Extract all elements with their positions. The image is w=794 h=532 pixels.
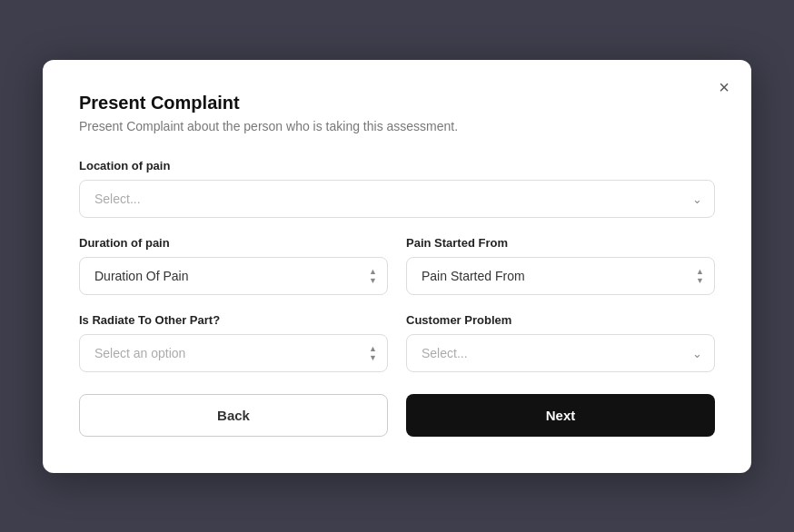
pain-started-from-label: Pain Started From: [406, 236, 715, 250]
close-button[interactable]: ×: [715, 74, 733, 100]
is-radiate-select[interactable]: Select an option: [79, 334, 388, 372]
duration-of-pain-wrapper: Duration Of Pain ▲ ▼: [79, 257, 388, 295]
location-of-pain-select[interactable]: Select...: [79, 180, 715, 218]
pain-started-from-field: Pain Started From Pain Started From ▲ ▼: [406, 236, 715, 295]
modal-overlay: × Present Complaint Present Complaint ab…: [0, 0, 794, 532]
pain-started-from-select[interactable]: Pain Started From: [406, 257, 715, 295]
pain-started-from-wrapper: Pain Started From ▲ ▼: [406, 257, 715, 295]
customer-problem-label: Customer Problem: [406, 313, 715, 327]
back-button[interactable]: Back: [79, 394, 388, 437]
modal-title: Present Complaint: [79, 93, 715, 113]
duration-of-pain-field: Duration of pain Duration Of Pain ▲ ▼: [79, 236, 388, 295]
is-radiate-label: Is Radiate To Other Part?: [79, 313, 388, 327]
customer-problem-wrapper: Select... ⌄: [406, 334, 715, 372]
row-3: Is Radiate To Other Part? Select an opti…: [79, 313, 715, 372]
row-2: Duration of pain Duration Of Pain ▲ ▼ Pa…: [79, 236, 715, 295]
location-of-pain-field: Location of pain Select... ⌄: [79, 159, 715, 218]
duration-of-pain-label: Duration of pain: [79, 236, 388, 250]
is-radiate-field: Is Radiate To Other Part? Select an opti…: [79, 313, 388, 372]
customer-problem-select[interactable]: Select...: [406, 334, 715, 372]
location-of-pain-wrapper: Select... ⌄: [79, 180, 715, 218]
next-button[interactable]: Next: [406, 394, 715, 437]
close-icon: ×: [719, 78, 729, 96]
is-radiate-wrapper: Select an option ▲ ▼: [79, 334, 388, 372]
duration-of-pain-select[interactable]: Duration Of Pain: [79, 257, 388, 295]
location-of-pain-label: Location of pain: [79, 159, 715, 172]
modal-container: × Present Complaint Present Complaint ab…: [43, 60, 751, 473]
button-row: Back Next: [79, 394, 715, 437]
customer-problem-field: Customer Problem Select... ⌄: [406, 313, 715, 372]
modal-subtitle: Present Complaint about the person who i…: [79, 119, 715, 133]
